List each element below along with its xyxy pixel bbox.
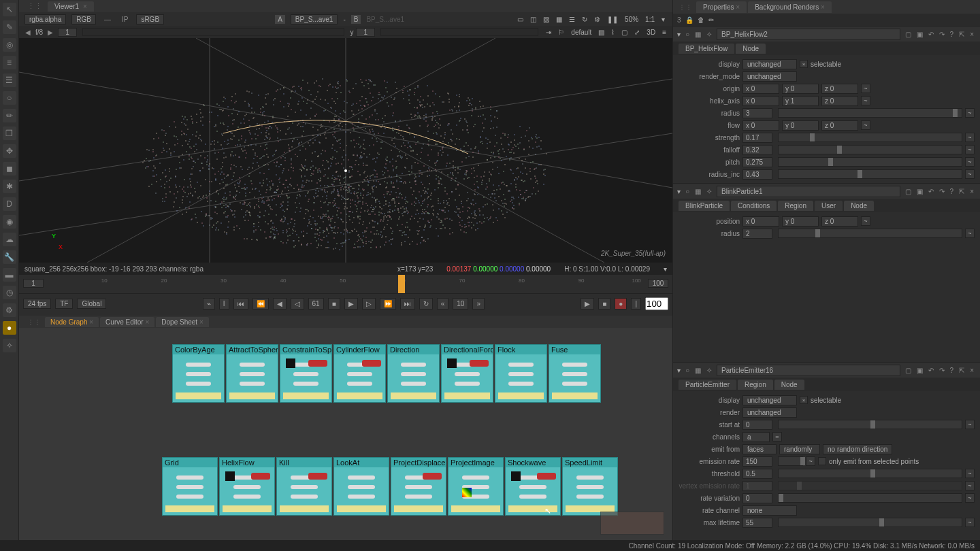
startat-input[interactable]: 0 [742, 420, 772, 430]
i4[interactable]: ↷ [937, 366, 947, 375]
close-icon[interactable]: × [968, 366, 976, 375]
collapse-icon[interactable]: ▾ [677, 31, 681, 38]
anim-btn[interactable]: ~ [965, 145, 975, 154]
eye-tool[interactable]: ◉ [3, 215, 16, 229]
emitfrom-dropdown[interactable]: faces [742, 444, 777, 454]
a-value[interactable]: BP_S...ave1 [291, 14, 338, 24]
close-icon[interactable]: × [83, 3, 87, 10]
ip-btn[interactable]: IP [119, 15, 131, 24]
node-directionalforce[interactable]: DirectionalForce [441, 344, 493, 403]
pen-tool[interactable]: ✎ [3, 20, 16, 34]
eq-btn[interactable]: = [772, 432, 782, 441]
layer-dropdown[interactable]: rgba.alpha [24, 14, 66, 24]
flow-x[interactable]: x 0 [742, 120, 779, 131]
startat-slider[interactable] [778, 420, 962, 429]
tab-helixflow[interactable]: BP_HelixFlow [679, 44, 734, 54]
i6[interactable]: ⇱ [957, 366, 966, 375]
maxlife-slider[interactable] [778, 518, 962, 527]
anim-btn[interactable]: ~ [806, 456, 815, 466]
rec-btn[interactable]: ▶ [581, 298, 594, 310]
tf-dropdown[interactable]: TF [55, 299, 73, 309]
key-icon[interactable]: ✧ [704, 30, 714, 39]
grid-icon[interactable]: ▦ [554, 15, 564, 24]
origin-x[interactable]: x 0 [742, 84, 779, 94]
onlyemit-check[interactable] [818, 457, 826, 465]
radius-slider[interactable] [778, 108, 962, 118]
anim-btn[interactable]: ~ [861, 84, 870, 93]
collapse-icon[interactable]: ▾ [677, 188, 681, 195]
falloff-input[interactable]: 0.32 [742, 145, 772, 155]
move-tool[interactable]: ✥ [3, 144, 16, 158]
render-dropdown[interactable]: unchanged [742, 407, 797, 418]
clear-icon[interactable]: ✏ [708, 16, 714, 24]
target-tool[interactable]: ◎ [3, 38, 16, 52]
brush-tool[interactable]: ✏ [3, 109, 16, 122]
spark-tool[interactable]: ✱ [3, 180, 16, 193]
pin-icon[interactable]: ○ [683, 366, 691, 375]
default-dropdown[interactable]: default [569, 28, 593, 37]
misc-tool[interactable]: ✧ [3, 339, 16, 352]
radius-input[interactable]: 2 [742, 229, 772, 239]
radiusinc-input[interactable]: 0.43 [742, 169, 772, 180]
menu-icon[interactable]: ☰ [567, 15, 577, 24]
tab-cond[interactable]: Conditions [731, 201, 777, 211]
anim-btn[interactable]: ~ [861, 120, 870, 130]
node-projectdisplace[interactable]: ProjectDisplace [391, 457, 446, 516]
anim-btn[interactable]: ~ [965, 133, 975, 142]
radiusinc-slider[interactable] [778, 169, 962, 179]
stripe-icon[interactable]: ▨ [541, 15, 551, 24]
selectable-check[interactable]: × [800, 60, 808, 68]
frame-end[interactable] [648, 279, 668, 288]
anim-btn[interactable]: ~ [965, 108, 975, 118]
bg-renders-tab[interactable]: Background Renders × [748, 1, 832, 13]
maxlife-input[interactable]: 55 [742, 518, 772, 528]
ratech-dropdown[interactable]: none [742, 505, 797, 516]
frame-start[interactable] [23, 279, 44, 288]
display-dropdown[interactable]: unchanged [742, 59, 797, 69]
layers-tool[interactable]: ❐ [3, 127, 16, 140]
node-name-input[interactable]: ParticleEmitter16 [717, 365, 900, 376]
trash-icon[interactable]: 🗑 [698, 16, 704, 24]
pos-y[interactable]: y 0 [782, 216, 819, 227]
tab-user[interactable]: User [815, 201, 843, 211]
anim-btn[interactable]: ~ [861, 216, 870, 226]
flow-y[interactable]: y 0 [782, 120, 819, 131]
i5[interactable]: ? [948, 366, 956, 375]
node-attracttosphere[interactable]: AttractToSphere [226, 344, 278, 403]
snap-icon[interactable]: ⌁ [203, 298, 215, 310]
i2[interactable]: ▣ [915, 30, 925, 39]
current-frame[interactable]: 61 [308, 298, 324, 310]
color-icon[interactable]: ▦ [693, 30, 703, 39]
key-icon[interactable]: ✧ [704, 187, 714, 196]
threshold-slider[interactable] [778, 469, 962, 478]
helix-y[interactable]: y 1 [782, 96, 819, 106]
ruler2[interactable] [380, 28, 538, 36]
origin-z[interactable]: z 0 [821, 84, 858, 94]
step-fwd-btn[interactable]: ▷ [362, 298, 376, 310]
anim-btn[interactable]: ~ [965, 157, 975, 167]
channels-dropdown[interactable]: a [742, 432, 770, 442]
pos-x[interactable]: x 0 [742, 216, 779, 227]
colorspace-dropdown[interactable]: RGB [71, 14, 96, 24]
cloud-tool[interactable]: ☁ [3, 233, 16, 246]
helix-z[interactable]: z 0 [821, 96, 858, 106]
collapse-icon[interactable]: ▾ [677, 367, 681, 374]
prev-key-btn[interactable]: ⏪ [252, 298, 269, 310]
i1[interactable]: ▢ [903, 30, 913, 39]
i1[interactable]: ▢ [903, 366, 913, 375]
pause-icon[interactable]: ❚❚ [605, 15, 620, 24]
stop-btn[interactable]: ■ [328, 298, 340, 310]
3d-dropdown[interactable]: 3D [644, 28, 657, 37]
globe-tool[interactable]: ● [3, 321, 16, 335]
tab-emitter[interactable]: ParticleEmitter [679, 380, 736, 390]
step-input[interactable]: 10 [453, 298, 468, 310]
emrate-slider[interactable] [778, 456, 803, 466]
zoom-value[interactable]: 50% [623, 15, 640, 24]
node-constraintosphere[interactable]: ConstrainToSphere [280, 344, 332, 403]
helix-x[interactable]: x 0 [742, 96, 779, 106]
dot-btn[interactable]: ■ [598, 298, 610, 310]
split2-icon[interactable]: ◫ [528, 15, 538, 24]
strength-input[interactable]: 0.17 [742, 133, 772, 143]
randomly-dropdown[interactable]: randomly [779, 444, 820, 454]
close-icon[interactable]: × [968, 187, 976, 196]
